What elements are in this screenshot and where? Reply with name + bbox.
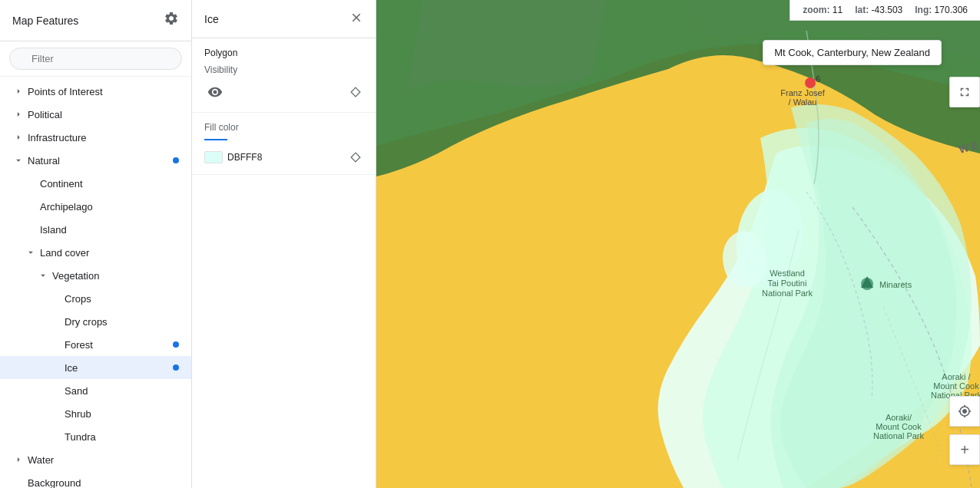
- svg-text:6: 6: [816, 74, 820, 84]
- map-area[interactable]: zoom: 11 lat: -43.503 lng: 170.306 Mt Co…: [376, 0, 980, 488]
- visibility-label: Visibility: [204, 64, 363, 75]
- zoom-plus-button[interactable]: +: [949, 434, 980, 465]
- color-swatch-wrap[interactable]: DBFFF8: [204, 151, 262, 163]
- sidebar-item-label: Water: [28, 454, 179, 466]
- sidebar-title: Map Features: [12, 15, 78, 27]
- svg-text:Aoraki /: Aoraki /: [942, 372, 971, 381]
- sidebar-item-label: Forest: [65, 339, 173, 351]
- sidebar-header: Map Features: [0, 0, 191, 41]
- visibility-controls: [204, 81, 363, 103]
- sidebar-item-natural[interactable]: Natural: [0, 149, 191, 172]
- visibility-diamond-icon[interactable]: [348, 84, 363, 100]
- fill-color-label: Fill color: [204, 122, 363, 133]
- sidebar-item-water[interactable]: Water: [0, 448, 191, 471]
- sidebar-item-label: Infrastructure: [28, 132, 179, 143]
- chevron-icon: [12, 154, 25, 167]
- chevron-icon: [25, 200, 37, 213]
- fullscreen-button[interactable]: [949, 77, 980, 107]
- filter-bar: [0, 41, 191, 77]
- chevron-icon: [49, 361, 61, 374]
- chevron-icon: [49, 384, 61, 397]
- sidebar-item-label: Shrub: [65, 408, 179, 420]
- polygon-section: Polygon Visibility: [192, 38, 376, 113]
- sidebar-item-continent[interactable]: Continent: [0, 172, 191, 195]
- svg-text:Aoraki/: Aoraki/: [886, 413, 912, 422]
- fill-color-divider: [204, 139, 227, 140]
- fill-color-section: Fill color DBFFF8: [192, 113, 376, 175]
- sidebar-item-label: Crops: [65, 293, 179, 305]
- active-dot: [173, 341, 179, 348]
- chevron-icon: [37, 269, 49, 282]
- sidebar-item-crops[interactable]: Crops: [0, 287, 191, 310]
- sidebar-item-shrub[interactable]: Shrub: [0, 402, 191, 425]
- svg-text:Mount Cook: Mount Cook: [876, 422, 922, 431]
- chevron-icon: [12, 453, 25, 466]
- sidebar-item-land-cover[interactable]: Land cover: [0, 241, 191, 264]
- filter-input[interactable]: [9, 48, 182, 70]
- sidebar-item-label: Natural: [28, 155, 173, 167]
- lat-display: lat: -43.503: [855, 5, 902, 15]
- active-dot: [173, 157, 179, 163]
- chevron-icon: [25, 177, 37, 190]
- sidebar-item-forest[interactable]: Forest: [0, 333, 191, 356]
- chevron-icon: [12, 108, 25, 120]
- active-dot: [173, 364, 179, 371]
- sidebar-item-sand[interactable]: Sand: [0, 379, 191, 402]
- svg-point-14: [861, 278, 873, 290]
- svg-text:National Park: National Park: [762, 289, 813, 298]
- sidebar-item-island[interactable]: Island: [0, 218, 191, 241]
- chevron-icon: [49, 315, 61, 328]
- sidebar-item-points-of-interest[interactable]: Points of Interest: [0, 80, 191, 103]
- zoom-display: zoom: 11: [803, 5, 843, 15]
- chevron-icon: [25, 223, 37, 236]
- close-button[interactable]: [349, 11, 363, 27]
- sidebar-item-infrastructure[interactable]: Infrastructure: [0, 126, 191, 149]
- svg-text:Westland: Westland: [770, 269, 805, 278]
- detail-panel: Ice Polygon Visibility Fill color DBFFF8: [192, 0, 376, 488]
- map-topbar: zoom: 11 lat: -43.503 lng: 170.306: [790, 0, 980, 21]
- sidebar-item-label: Land cover: [40, 247, 179, 259]
- sidebar-item-label: Points of Interest: [28, 86, 179, 97]
- color-hex: DBFFF8: [227, 152, 262, 163]
- chevron-icon: [25, 246, 37, 259]
- svg-point-6: [805, 77, 816, 88]
- settings-icon[interactable]: [164, 11, 179, 30]
- sidebar-item-label: Political: [28, 109, 179, 120]
- sidebar-item-tundra[interactable]: Tundra: [0, 425, 191, 448]
- sidebar-item-label: Sand: [65, 385, 179, 397]
- fill-color-row: DBFFF8: [204, 150, 363, 165]
- sidebar-item-background[interactable]: Background: [0, 471, 191, 488]
- svg-text:Mount Cook: Mount Cook: [933, 381, 979, 391]
- chevron-icon: [12, 131, 25, 143]
- chevron-icon: [49, 407, 61, 420]
- sidebar-item-political[interactable]: Political: [0, 103, 191, 126]
- map-svg: WEST COAST WEST COAST WEST COAST CANTERB…: [376, 0, 980, 488]
- chevron-icon: [12, 476, 25, 488]
- polygon-label: Polygon: [204, 48, 363, 58]
- svg-text:Tai Poutini: Tai Poutini: [768, 279, 807, 288]
- svg-text:/ Walau: / Walau: [789, 97, 817, 107]
- sidebar-item-ice[interactable]: Ice: [0, 356, 191, 379]
- sidebar-item-label: Dry crops: [65, 316, 179, 328]
- sidebar-item-label: Tundra: [65, 431, 179, 443]
- svg-text:Minarets: Minarets: [879, 280, 912, 289]
- sidebar-item-label: Archipelago: [40, 201, 179, 213]
- sidebar-item-archipelago[interactable]: Archipelago: [0, 195, 191, 218]
- sidebar-item-label: Vegetation: [52, 270, 179, 282]
- visibility-eye-icon[interactable]: [204, 81, 226, 103]
- sidebar: Map Features Points of InterestPolitical…: [0, 0, 192, 488]
- svg-text:Franz Josef: Franz Josef: [780, 88, 825, 97]
- fill-color-diamond-icon[interactable]: [348, 150, 363, 165]
- chevron-icon: [49, 292, 61, 305]
- detail-header: Ice: [192, 0, 376, 38]
- color-swatch: [204, 151, 223, 163]
- chevron-icon: [49, 430, 61, 443]
- sidebar-item-vegetation[interactable]: Vegetation: [0, 264, 191, 287]
- lng-display: lng: 170.306: [915, 5, 968, 15]
- chevron-icon: [12, 85, 25, 97]
- nav-list: Points of InterestPoliticalInfrastructur…: [0, 77, 191, 488]
- locate-button[interactable]: [949, 396, 980, 427]
- sidebar-item-label: Island: [40, 224, 179, 236]
- chevron-icon: [49, 338, 61, 351]
- sidebar-item-dry-crops[interactable]: Dry crops: [0, 310, 191, 333]
